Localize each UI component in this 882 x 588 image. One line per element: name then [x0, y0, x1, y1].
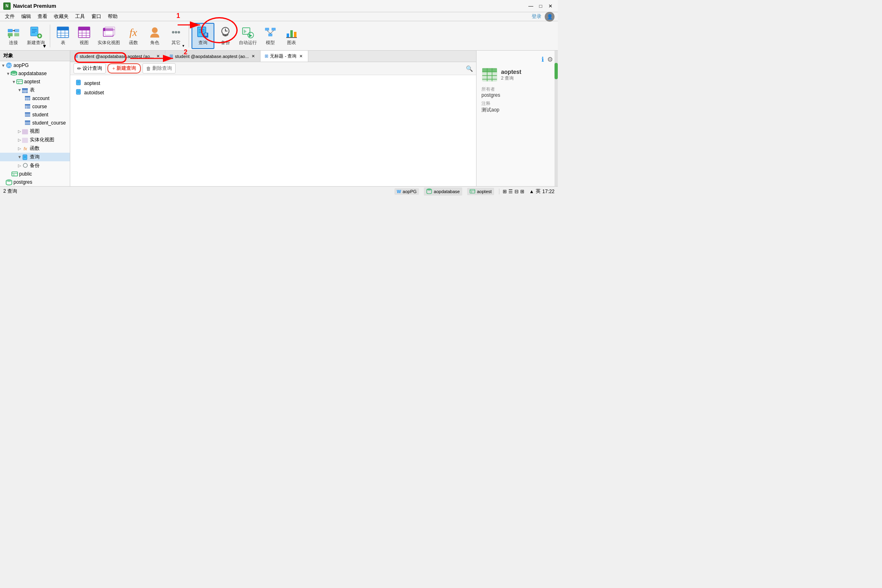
new-query-icon: [29, 26, 42, 39]
tree-folder-matview[interactable]: ▷ 实体化视图: [0, 136, 70, 144]
toolbar-other[interactable]: 其它 ▼: [166, 23, 186, 49]
toolbar-table[interactable]: 表: [53, 23, 73, 49]
menu-tools[interactable]: 工具: [72, 12, 88, 21]
svg-rect-112: [482, 68, 497, 72]
minimize-button[interactable]: —: [527, 2, 535, 10]
task-aoptest[interactable]: aoptest: [467, 188, 494, 195]
svg-point-33: [152, 27, 158, 33]
aopPG-label: aopPG: [13, 62, 29, 68]
query-item-autoidset-icon: [76, 89, 82, 96]
dropdown-arrow-icon: ▼: [43, 45, 46, 48]
tree-folder-backup[interactable]: ▷ 备份: [0, 161, 70, 170]
task-aoptest-label: aoptest: [477, 189, 492, 194]
app-title: Navicat Premium: [13, 3, 56, 9]
student-course-label: student_course: [32, 120, 66, 126]
toolbar-connect[interactable]: 连接: [3, 23, 24, 49]
toolbar-function[interactable]: fx 函数: [123, 23, 144, 49]
tree-table-student-course[interactable]: student_course: [0, 119, 70, 127]
info-icon[interactable]: ℹ: [541, 56, 544, 63]
menu-window[interactable]: 窗口: [88, 12, 105, 21]
matview-folder-icon: [22, 137, 29, 143]
toolbar-role[interactable]: 角色: [145, 23, 165, 49]
titlebar-controls: — □ ✕: [527, 2, 555, 10]
tree-root-aopPG[interactable]: ▼ PG aopPG: [0, 61, 70, 69]
toolbar-view[interactable]: 视图: [74, 23, 94, 49]
query-item-aoptest-label: aoptest: [84, 80, 100, 86]
tab-student-2-close[interactable]: ✕: [250, 53, 256, 59]
query-folder-label: 查询: [30, 154, 40, 160]
mat-view-icon: [102, 26, 116, 39]
tab-student-1-close[interactable]: ✕: [155, 53, 161, 59]
svg-rect-100: [76, 80, 80, 85]
aopPG-icon: PG: [6, 62, 12, 69]
tree-table-course[interactable]: course: [0, 102, 70, 111]
menu-edit[interactable]: 编辑: [18, 12, 34, 21]
aoptest-icon: [16, 78, 23, 85]
toolbar-model[interactable]: 模型: [260, 23, 281, 49]
arrow-query-folder: ▼: [17, 155, 22, 160]
task-aoptest-icon: [470, 189, 475, 194]
table-label: 表: [61, 40, 65, 46]
toolbar-new-query[interactable]: 新建查询 ▼: [24, 23, 47, 49]
new-query-small-icon: +: [112, 66, 115, 71]
func-folder-icon: fx: [22, 145, 29, 152]
right-scrollbar[interactable]: [555, 51, 558, 186]
tab-student-2-icon: ⊞: [169, 53, 173, 59]
tree-public[interactable]: public: [0, 170, 70, 178]
toolbar-query[interactable]: 查询: [192, 23, 214, 49]
login-link[interactable]: 登录: [532, 13, 541, 20]
svg-rect-51: [272, 28, 276, 31]
toolbar-backup[interactable]: 备份: [215, 23, 236, 49]
tab-untitled-query[interactable]: ⊞ 无标题 - 查询 ✕: [261, 51, 308, 62]
separator-1: [50, 24, 50, 47]
tree-aopdatabase[interactable]: ▼ aopdatabase: [0, 69, 70, 78]
svg-point-6: [9, 36, 10, 38]
info-name-area: aoptest 2 查询: [501, 69, 521, 81]
svg-text:▶: ▶: [249, 33, 252, 38]
new-query-btn[interactable]: + 新建查询: [107, 63, 141, 74]
tree-folder-view[interactable]: ▷ 视图: [0, 127, 70, 136]
tree-folder-query[interactable]: ▼ 查询: [0, 153, 70, 161]
query-item-autoidset[interactable]: autoidset: [74, 88, 473, 97]
design-query-btn[interactable]: ✏ 设计查询: [74, 63, 106, 74]
tree-folder-table[interactable]: ▼ 表: [0, 86, 70, 94]
maximize-button[interactable]: □: [537, 2, 545, 10]
task-aopdatabase[interactable]: aopdatabase: [424, 187, 462, 196]
account-label: account: [32, 96, 49, 101]
settings-panel-icon[interactable]: ⚙: [547, 56, 553, 63]
chart-label: 图表: [287, 40, 296, 46]
toolbar-mat-view[interactable]: 实体化视图: [95, 23, 122, 49]
tree-table-student[interactable]: student: [0, 111, 70, 119]
tree-postgres[interactable]: postgres: [0, 178, 70, 186]
menu-file[interactable]: 文件: [2, 12, 18, 21]
tab-student-2[interactable]: ⊞ student @aopdatabase.aoptest (ao... ✕: [165, 51, 261, 62]
toolbar: 连接 新建查询 ▼: [0, 21, 558, 51]
tree-aoptest-schema[interactable]: ▼ aoptest: [0, 78, 70, 86]
separator-2: [189, 24, 189, 47]
menu-help[interactable]: 帮助: [105, 12, 121, 21]
aopdatabase-label: aopdatabase: [18, 71, 47, 76]
delete-query-btn[interactable]: 🗑 删除查询: [143, 63, 176, 74]
info-db-big-icon: [481, 67, 498, 83]
student-table-icon: [24, 111, 31, 118]
toolbar-auto-run[interactable]: ▶ 自动运行: [236, 23, 259, 49]
tree-table-account[interactable]: account: [0, 94, 70, 102]
tree-folder-func[interactable]: ▷ fx 函数: [0, 144, 70, 153]
close-button[interactable]: ✕: [546, 2, 555, 10]
design-label: 设计查询: [82, 65, 102, 72]
svg-text:fx: fx: [129, 27, 137, 38]
svg-point-95: [23, 163, 27, 167]
info-owner-row: 所有者 postgres: [481, 86, 553, 98]
svg-point-113: [427, 188, 432, 190]
design-icon: ✏: [77, 66, 81, 71]
menu-favorites[interactable]: 收藏夹: [51, 12, 72, 21]
task-aopdatabase-icon: [426, 188, 432, 195]
arrow-backup-folder: ▷: [17, 163, 22, 168]
toolbar-chart[interactable]: 图表: [281, 23, 302, 49]
query-item-aoptest[interactable]: aoptest: [74, 78, 473, 88]
task-aopPG[interactable]: W aopPG: [394, 188, 419, 195]
menu-view[interactable]: 查看: [34, 12, 51, 21]
tab-untitled-close[interactable]: ✕: [298, 53, 304, 59]
connect-icon: [7, 26, 20, 39]
tab-student-1[interactable]: ⊞ student @aopdatabase.aoptest (ao... ✕: [70, 51, 165, 62]
